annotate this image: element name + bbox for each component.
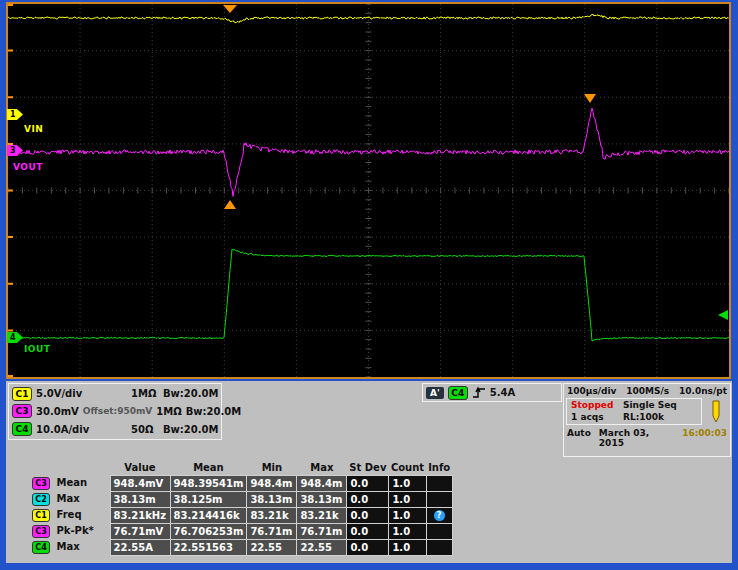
- trigger-readout[interactable]: A' C4 5.4A: [422, 383, 562, 402]
- cell-max: 38.13m: [297, 491, 347, 507]
- cell-count: 1.0: [389, 491, 426, 507]
- acq-state: Stopped: [571, 400, 623, 410]
- ch3-impedance: 1MΩ: [156, 406, 181, 417]
- measurement-name: Max: [56, 541, 79, 552]
- trigger-a-badge: A': [426, 387, 444, 399]
- cell-count: 1.0: [389, 507, 426, 523]
- ch3-bandwidth: Bw:20.0M: [186, 406, 241, 417]
- cell-stdev: 0.0: [347, 507, 389, 523]
- corner-header: [30, 461, 110, 475]
- header-stdev: St Dev: [347, 461, 389, 475]
- ch3-badge: C3: [12, 404, 32, 418]
- waveform-display[interactable]: VIN VOUT IOUT 1 3 4: [6, 2, 731, 379]
- cell-min: 38.13m: [247, 491, 297, 507]
- cell-min: 83.21k: [247, 507, 297, 523]
- cell-stdev: 0.0: [347, 475, 389, 491]
- cell-mean: 22.551563: [170, 539, 247, 555]
- cell-max: 76.71m: [297, 523, 347, 539]
- ch3-readout[interactable]: C3 30.0mV Offset:950mV 1MΩ Bw:20.0M: [12, 403, 218, 420]
- cell-count: 1.0: [389, 523, 426, 539]
- cell-mean: 76.706253m: [170, 523, 247, 539]
- ch3-scale: 30.0mV: [36, 406, 79, 417]
- waveform-marker-widget[interactable]: [702, 398, 730, 425]
- date: March 03, 2015: [599, 428, 674, 448]
- header-min: Min: [247, 461, 297, 475]
- cell-info: [426, 491, 452, 507]
- measurement-row[interactable]: C1 Freq 83.21kHz 83.214416k 83.21k 83.21…: [30, 507, 452, 523]
- trig-mode: Auto: [567, 428, 591, 448]
- ch4-bandwidth: Bw:20.0M: [163, 424, 218, 435]
- ch1-scale: 5.0V/div: [36, 388, 96, 399]
- channel-readouts: C1 5.0V/div 1MΩ Bw:20.0M C3 30.0mV Offse…: [8, 383, 222, 440]
- record-length: RL:100k: [623, 412, 664, 422]
- measurement-source-badge: C3: [32, 525, 50, 538]
- cell-count: 1.0: [389, 475, 426, 491]
- acq-count: 1 acqs: [571, 412, 623, 422]
- readout-panel: C1 5.0V/div 1MΩ Bw:20.0M C3 30.0mV Offse…: [6, 381, 732, 563]
- cell-mean: 948.39541m: [170, 475, 247, 491]
- cell-max: 948.4m: [297, 475, 347, 491]
- measurement-row[interactable]: C3 Mean 948.4mV 948.39541m 948.4m 948.4m…: [30, 475, 452, 491]
- acquisition-readout: 100µs/div 100MS/s 10.0ns/pt Stopped Sing…: [563, 383, 731, 457]
- measurement-source-badge: C1: [32, 509, 50, 522]
- waveform-svg: [8, 4, 729, 377]
- cell-value: 38.13m: [110, 491, 170, 507]
- ch1-bandwidth: Bw:20.0M: [163, 388, 218, 399]
- cell-value: 948.4mV: [110, 475, 170, 491]
- info-icon[interactable]: ?: [434, 510, 445, 521]
- cell-info: [426, 475, 452, 491]
- acq-mode: Single Seq: [623, 400, 677, 410]
- ch4-readout[interactable]: C4 10.0A/div 50Ω Bw:20.0M: [12, 421, 218, 438]
- trigger-source-badge: C4: [448, 386, 468, 400]
- cell-max: 22.55: [297, 539, 347, 555]
- header-info: Info: [426, 461, 452, 475]
- ch1-trace-label: VIN: [24, 124, 43, 134]
- ch1-impedance: 1MΩ: [131, 388, 159, 399]
- cell-count: 1.0: [389, 539, 426, 555]
- yellow-marker-icon: [710, 399, 722, 425]
- ch4-badge: C4: [12, 422, 32, 436]
- measurement-row[interactable]: C4 Max 22.55A 22.551563 22.55 22.55 0.0 …: [30, 539, 452, 555]
- ch4-scale: 10.0A/div: [36, 424, 96, 435]
- measurement-source-badge: C3: [32, 477, 50, 490]
- cell-value: 83.21kHz: [110, 507, 170, 523]
- cell-value: 22.55A: [110, 539, 170, 555]
- cell-info: [426, 539, 452, 555]
- cell-mean: 83.214416k: [170, 507, 247, 523]
- measurement-row[interactable]: C3 Pk-Pk* 76.71mV 76.706253m 76.71m 76.7…: [30, 523, 452, 539]
- cell-stdev: 0.0: [347, 539, 389, 555]
- cell-min: 22.55: [247, 539, 297, 555]
- cell-info: ?: [426, 507, 452, 523]
- header-count: Count: [389, 461, 426, 475]
- header-max: Max: [297, 461, 347, 475]
- sample-rate: 100MS/s: [626, 386, 669, 396]
- ch3-trace-label: VOUT: [13, 162, 43, 172]
- table-header-row: Value Mean Min Max St Dev Count Info: [30, 461, 452, 475]
- cell-mean: 38.125m: [170, 491, 247, 507]
- ch1-readout[interactable]: C1 5.0V/div 1MΩ Bw:20.0M: [12, 385, 218, 402]
- measurement-source-badge: C2: [32, 493, 50, 506]
- measurement-name: Max: [56, 493, 79, 504]
- header-value: Value: [110, 461, 170, 475]
- cell-stdev: 0.0: [347, 491, 389, 507]
- cell-info: [426, 523, 452, 539]
- ch1-badge: C1: [12, 387, 32, 401]
- measurement-name: Pk-Pk*: [56, 525, 93, 536]
- resolution: 10.0ns/pt: [679, 386, 727, 396]
- acq-status-box: Stopped Single Seq 1 acqs RL:100k: [566, 398, 702, 425]
- cell-stdev: 0.0: [347, 523, 389, 539]
- measurement-row[interactable]: C2 Max 38.13m 38.125m 38.13m 38.13m 0.0 …: [30, 491, 452, 507]
- header-mean: Mean: [170, 461, 247, 475]
- horizontal-settings: 100µs/div 100MS/s 10.0ns/pt: [564, 384, 730, 398]
- time: 16:00:03: [682, 428, 727, 448]
- cell-min: 948.4m: [247, 475, 297, 491]
- datetime-row: Auto March 03, 2015 16:00:03: [564, 425, 730, 448]
- trigger-level: 5.4A: [490, 387, 515, 398]
- ch3-offset: Offset:950mV: [83, 406, 152, 416]
- measurement-table: Value Mean Min Max St Dev Count Info C3 …: [30, 461, 453, 556]
- measurement-table-body: C3 Mean 948.4mV 948.39541m 948.4m 948.4m…: [30, 475, 452, 555]
- ch4-impedance: 50Ω: [131, 424, 159, 435]
- cell-max: 83.21k: [297, 507, 347, 523]
- cell-value: 76.71mV: [110, 523, 170, 539]
- cell-min: 76.71m: [247, 523, 297, 539]
